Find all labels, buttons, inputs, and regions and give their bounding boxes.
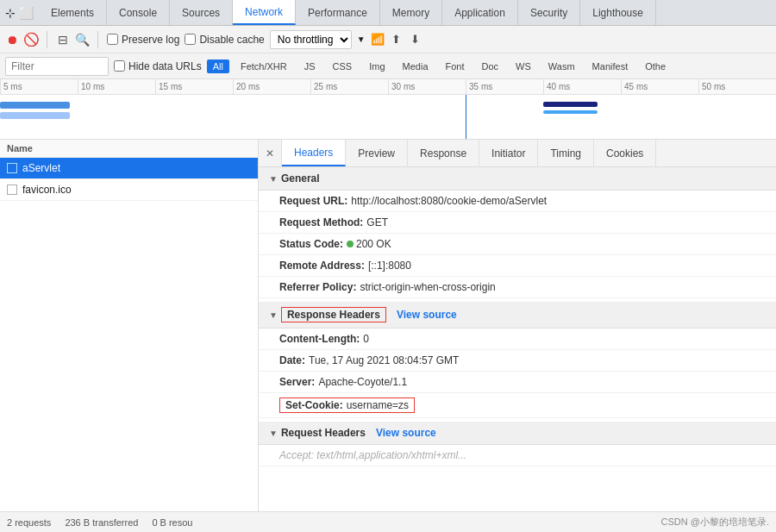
tick-10ms: 10 ms — [78, 79, 155, 94]
set-cookie-key: Set-Cookie: — [285, 399, 343, 411]
detail-panel: ✕ Headers Preview Response Initiator Tim… — [259, 140, 776, 511]
tab-security[interactable]: Security — [518, 0, 580, 25]
timeline-area: 5 ms 10 ms 15 ms 20 ms 25 ms 30 ms 35 ms… — [0, 79, 776, 140]
response-headers-section-header: ▼ Response Headers View source — [259, 302, 776, 329]
tick-5ms: 5 ms — [0, 79, 78, 94]
tab-application[interactable]: Application — [442, 0, 518, 25]
throttle-select[interactable]: No throttling — [270, 30, 352, 49]
filter-media-btn[interactable]: Media — [397, 59, 435, 73]
file-icon-aservlet — [7, 163, 17, 173]
tick-35ms: 35 ms — [466, 79, 543, 94]
disable-cache-checkbox[interactable]: Disable cache — [185, 34, 264, 46]
device-icon[interactable]: ⬜ — [19, 6, 34, 20]
detail-tab-headers[interactable]: Headers — [282, 140, 346, 166]
hide-data-urls-label: Hide data URLs — [128, 60, 202, 72]
file-icon-favicon — [7, 185, 17, 195]
filter-all-btn[interactable]: All — [207, 59, 229, 73]
detail-tab-cookies[interactable]: Cookies — [594, 140, 656, 166]
set-cookie-row: Set-Cookie: username=zs — [259, 393, 776, 418]
resources-size: 0 B resou — [152, 517, 192, 528]
tab-performance[interactable]: Performance — [296, 0, 380, 25]
status-code-row: Status Code: 200 OK — [259, 234, 776, 255]
hide-data-urls-input[interactable] — [114, 60, 125, 72]
referrer-policy-key: Referrer Policy: — [279, 281, 356, 293]
general-section-header: ▼ General — [259, 167, 776, 191]
tab-network[interactable]: Network — [233, 0, 296, 25]
tick-45ms: 45 ms — [621, 79, 698, 94]
record-button[interactable]: ⏺ — [5, 33, 19, 47]
remote-address-row: Remote Address: [::1]:8080 — [259, 255, 776, 277]
requests-count: 2 requests — [7, 517, 51, 528]
toolbar: ⏺ 🚫 ⊟ 🔍 Preserve log Disable cache No th… — [0, 26, 776, 53]
transferred-size: 236 B transferred — [65, 517, 138, 528]
response-headers-view-source[interactable]: View source — [397, 309, 457, 321]
server-key: Server: — [279, 376, 315, 388]
preserve-log-label: Preserve log — [122, 34, 179, 46]
tick-30ms: 30 ms — [388, 79, 466, 94]
separator-2 — [97, 31, 98, 48]
request-url-row: Request URL: http://localhost:8080/cooki… — [259, 191, 776, 212]
disable-cache-input[interactable] — [185, 34, 196, 45]
pointer-icon[interactable]: ⊹ — [5, 6, 16, 20]
referrer-policy-row: Referrer Policy: strict-origin-when-cros… — [259, 277, 776, 298]
filter-input[interactable] — [5, 57, 109, 76]
status-code-value: 200 OK — [356, 238, 391, 250]
preserve-log-input[interactable] — [107, 34, 118, 45]
detail-tab-preview[interactable]: Preview — [346, 140, 408, 166]
request-headers-section-header: ▼ Request Headers View source — [259, 422, 776, 445]
filter-img-btn[interactable]: Img — [363, 59, 391, 73]
response-headers-label: Response Headers — [281, 307, 386, 322]
devtools-icons: ⊹ ⬜ — [0, 0, 39, 25]
content-length-value: 0 — [363, 333, 369, 345]
filter-js-btn[interactable]: JS — [298, 59, 322, 73]
preserve-log-checkbox[interactable]: Preserve log — [107, 34, 179, 46]
filter-wasm-btn[interactable]: Wasm — [542, 59, 581, 73]
download-icon[interactable]: ⬇ — [409, 33, 422, 47]
separator-1 — [47, 31, 47, 48]
remote-address-key: Remote Address: — [279, 260, 365, 272]
waterfall-bar-4 — [543, 110, 598, 114]
filter-icon[interactable]: ⊟ — [56, 33, 70, 47]
server-row: Server: Apache-Coyote/1.1 — [259, 372, 776, 393]
tab-elements[interactable]: Elements — [39, 0, 107, 25]
tab-console[interactable]: Console — [107, 0, 170, 25]
date-value: Tue, 17 Aug 2021 08:04:57 GMT — [309, 354, 459, 366]
waterfall-bar-1 — [0, 102, 70, 109]
request-headers-label: Request Headers — [281, 427, 366, 439]
file-list-item-aservlet[interactable]: aServlet — [0, 158, 258, 179]
detail-tab-response[interactable]: Response — [408, 140, 479, 166]
response-headers-arrow: ▼ — [269, 310, 278, 320]
filter-fetch-btn[interactable]: Fetch/XHR — [235, 59, 293, 73]
detail-tabs: ✕ Headers Preview Response Initiator Tim… — [259, 140, 776, 167]
file-list-item-favicon[interactable]: favicon.ico — [0, 179, 258, 201]
detail-tab-close-btn[interactable]: ✕ — [259, 140, 282, 166]
tab-sources[interactable]: Sources — [170, 0, 233, 25]
search-icon[interactable]: 🔍 — [75, 33, 89, 47]
tab-lighthouse[interactable]: Lighthouse — [580, 0, 656, 25]
status-dot — [347, 241, 354, 247]
hide-data-urls-checkbox[interactable]: Hide data URLs — [114, 60, 202, 72]
file-name-favicon: favicon.ico — [22, 184, 72, 196]
remote-address-value: [::1]:8080 — [368, 260, 411, 272]
request-method-row: Request Method: GET — [259, 212, 776, 234]
request-method-key: Request Method: — [279, 216, 363, 228]
filter-ws-btn[interactable]: WS — [510, 59, 537, 73]
filter-other-btn[interactable]: Othe — [639, 59, 672, 73]
file-name-aservlet: aServlet — [22, 162, 60, 174]
request-accept-row: Accept: text/html,application/xhtml+xml.… — [259, 445, 776, 466]
tab-memory[interactable]: Memory — [380, 0, 442, 25]
filter-css-btn[interactable]: CSS — [327, 59, 359, 73]
watermark: CSDN @小黎的培培笔录. — [661, 516, 769, 529]
filter-manifest-btn[interactable]: Manifest — [586, 59, 635, 73]
detail-tab-timing[interactable]: Timing — [538, 140, 594, 166]
upload-icon[interactable]: ⬆ — [390, 33, 404, 47]
filter-doc-btn[interactable]: Doc — [476, 59, 505, 73]
set-cookie-box: Set-Cookie: username=zs — [279, 397, 415, 413]
request-headers-view-source[interactable]: View source — [376, 427, 436, 439]
date-row: Date: Tue, 17 Aug 2021 08:04:57 GMT — [259, 350, 776, 372]
request-url-value: http://localhost:8080/cookie-demo/aServl… — [351, 195, 547, 207]
clear-button[interactable]: 🚫 — [24, 33, 38, 47]
detail-tab-initiator[interactable]: Initiator — [479, 140, 538, 166]
throttle-arrow: ▼ — [357, 34, 366, 44]
filter-font-btn[interactable]: Font — [440, 59, 471, 73]
